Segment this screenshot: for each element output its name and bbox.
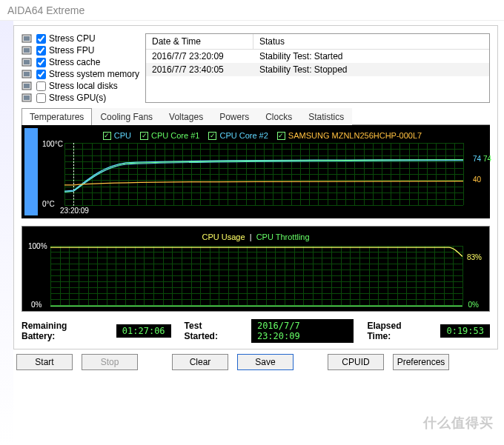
chart-tabs: TemperaturesCooling FansVoltagesPowersCl… [21, 107, 490, 125]
r-label-40: 40 [473, 175, 481, 184]
tab-voltages[interactable]: Voltages [161, 108, 211, 125]
cpu-usage-chart-title: CPU Usage | CPU Throttling [28, 231, 483, 246]
status-bar: Remaining Battery: 01:27:06 Test Started… [21, 319, 490, 343]
legend-label: CPU [114, 131, 131, 140]
series-cpu-core2 [64, 161, 463, 192]
temperatures-chart: 100°C 0°C 74 74 40 23:20:09 [64, 143, 463, 205]
stress-checkbox[interactable] [36, 93, 46, 103]
stress-options: Stress CPUStress FPUStress cacheStress s… [21, 33, 139, 103]
stress-label: Stress CPU [49, 33, 96, 44]
elapsed-label: Elapsed Time: [367, 321, 427, 341]
cpu-usage-chart-panel: CPU Usage | CPU Throttling 100% 0% 83% 0… [21, 226, 490, 312]
tab-powers[interactable]: Powers [211, 108, 257, 125]
r-label-74b: 74 [483, 155, 491, 163]
event-row[interactable]: 2016/7/7 23:20:09Stability Test: Started [146, 50, 489, 63]
stress-label: Stress cache [49, 57, 100, 67]
clear-button[interactable]: Clear [172, 354, 228, 370]
preferences-button[interactable]: Preferences [393, 354, 449, 370]
legend-checkbox-icon: ✓ [140, 132, 148, 140]
stress-checkbox[interactable] [36, 70, 46, 79]
series-cpu-usage [50, 247, 462, 256]
elapsed-value: 0:19:53 [440, 324, 490, 338]
fpu-icon [21, 45, 33, 56]
legend-label: SAMSUNG MZNLN256HCHP-000L7 [288, 131, 422, 140]
col-status[interactable]: Status [253, 34, 291, 49]
legend-checkbox-icon: ✓ [208, 132, 216, 140]
battery-value: 01:27:06 [116, 324, 171, 338]
event-row[interactable]: 2016/7/7 23:40:05Stability Test: Stopped [146, 63, 489, 76]
legend-item[interactable]: ✓CPU Core #2 [208, 131, 268, 140]
y-tick-100: 100°C [42, 140, 63, 148]
stress-option-stress-cpu[interactable]: Stress CPU [21, 33, 139, 44]
stress-checkbox[interactable] [36, 58, 46, 67]
stop-button[interactable]: Stop [82, 354, 138, 370]
sensor-selection-strip[interactable] [24, 128, 38, 215]
stress-option-stress-local-disks[interactable]: Stress local disks [21, 81, 139, 91]
event-datetime: 2016/7/7 23:20:09 [152, 51, 259, 61]
svg-rect-9 [24, 84, 30, 88]
svg-rect-1 [24, 36, 30, 41]
y-tick-0pct: 0% [31, 301, 42, 309]
event-status: Stability Test: Stopped [259, 64, 348, 75]
started-label: Test Started: [185, 321, 238, 341]
svg-rect-11 [24, 96, 30, 100]
memory-icon [21, 69, 33, 79]
tab-temperatures[interactable]: Temperatures [21, 108, 92, 125]
col-datetime[interactable]: Date & Time [146, 34, 253, 49]
cpu-icon [21, 33, 33, 44]
stress-option-stress-cache[interactable]: Stress cache [21, 57, 139, 67]
r-label-usage: 83% [467, 253, 482, 261]
y-tick-100pct: 100% [28, 242, 47, 250]
cpuid-button[interactable]: CPUID [328, 354, 384, 370]
event-log-header: Date & Time Status [146, 34, 489, 50]
stress-checkbox[interactable] [36, 34, 46, 44]
series-ssd [64, 181, 463, 185]
temperatures-chart-panel: ✓CPU✓CPU Core #1✓CPU Core #2✓SAMSUNG MZN… [21, 125, 490, 218]
r-label-throttle: 0% [468, 301, 479, 309]
button-bar: Start Stop Clear Save CPUID Preferences [13, 354, 504, 370]
cpu-usage-chart: 100% 0% 83% 0% [50, 246, 462, 305]
tab-clocks[interactable]: Clocks [257, 108, 300, 125]
y-tick-0: 0°C [42, 200, 55, 208]
legend-label: CPU Core #2 [219, 131, 268, 140]
event-datetime: 2016/7/7 23:40:05 [152, 64, 259, 75]
stress-checkbox[interactable] [36, 46, 46, 56]
r-label-74a: 74 [473, 155, 481, 163]
start-button[interactable]: Start [16, 354, 73, 370]
stability-test-panel: Stress CPUStress FPUStress cacheStress s… [13, 25, 498, 349]
stress-label: Stress local disks [49, 81, 118, 91]
stress-label: Stress GPU(s) [49, 93, 106, 103]
legend-item[interactable]: ✓CPU [103, 131, 131, 140]
legend-item[interactable]: ✓CPU Core #1 [140, 131, 199, 140]
watermark: 什么值得买 [423, 414, 494, 432]
stress-option-stress-gpu-s-[interactable]: Stress GPU(s) [21, 93, 139, 103]
gpu-icon [21, 93, 33, 103]
temperatures-legend: ✓CPU✓CPU Core #1✓CPU Core #2✓SAMSUNG MZN… [41, 130, 484, 143]
stress-checkbox[interactable] [36, 81, 46, 91]
event-status: Stability Test: Started [259, 51, 343, 61]
cache-icon [21, 57, 33, 67]
svg-rect-7 [24, 72, 30, 76]
save-button[interactable]: Save [237, 354, 294, 370]
stress-option-stress-system-memory[interactable]: Stress system memory [21, 69, 139, 79]
legend-label: CPU Core #1 [151, 131, 199, 140]
tab-statistics[interactable]: Statistics [300, 108, 352, 125]
left-dock-strip [0, 21, 13, 445]
stress-label: Stress system memory [49, 69, 139, 79]
stress-label: Stress FPU [49, 45, 94, 56]
svg-rect-3 [24, 48, 30, 53]
x-start-time: 23:20:09 [60, 207, 89, 215]
legend-item[interactable]: ✓SAMSUNG MZNLN256HCHP-000L7 [277, 131, 422, 140]
legend-checkbox-icon: ✓ [277, 132, 285, 140]
tab-cooling-fans[interactable]: Cooling Fans [92, 108, 161, 125]
started-value: 2016/7/7 23:20:09 [251, 319, 354, 343]
window-title: AIDA64 Extreme [0, 0, 504, 21]
svg-rect-5 [24, 60, 30, 64]
battery-label: Remaining Battery: [21, 321, 103, 341]
event-log: Date & Time Status 2016/7/7 23:20:09Stab… [145, 33, 490, 103]
stress-option-stress-fpu[interactable]: Stress FPU [21, 45, 139, 56]
disk-icon [21, 81, 33, 91]
legend-checkbox-icon: ✓ [103, 132, 111, 140]
